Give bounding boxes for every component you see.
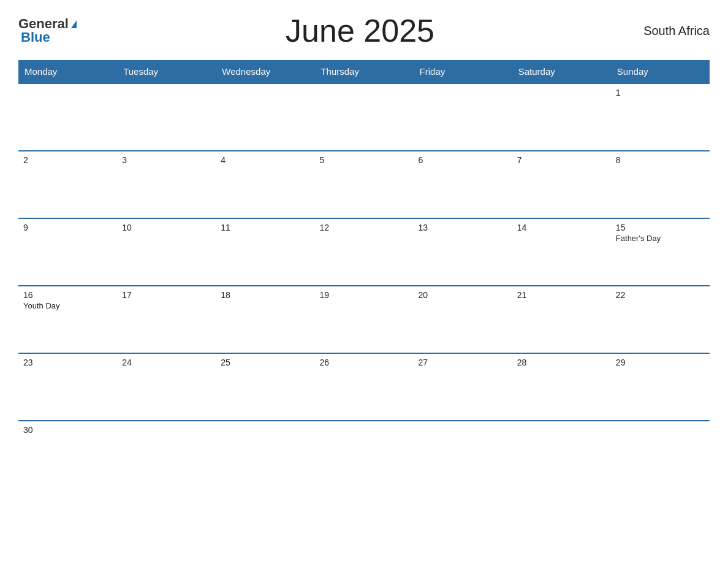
day-number: 20	[419, 290, 507, 300]
page-header: General Blue June 2025 South Africa	[18, 12, 710, 49]
calendar-cell	[216, 421, 314, 488]
day-number: 18	[221, 290, 309, 300]
calendar-cell: 28	[512, 353, 611, 421]
calendar-event: Father's Day	[616, 234, 705, 243]
calendar-cell	[314, 83, 413, 151]
weekday-header-thursday: Thursday	[314, 60, 413, 83]
calendar-cell: 15Father's Day	[611, 218, 710, 286]
day-number: 2	[23, 155, 112, 165]
logo-blue-text: Blue	[21, 29, 50, 45]
day-number: 15	[616, 223, 705, 232]
calendar-cell	[18, 83, 117, 151]
day-number: 8	[616, 155, 705, 165]
day-number: 22	[616, 290, 705, 300]
calendar-row-5: 30	[18, 421, 710, 488]
day-number: 10	[122, 223, 211, 232]
calendar-cell	[216, 83, 314, 151]
day-number: 4	[221, 155, 309, 165]
day-number: 17	[122, 290, 211, 300]
calendar-cell: 1	[611, 83, 710, 151]
weekday-header-tuesday: Tuesday	[117, 60, 216, 83]
day-number: 3	[122, 155, 211, 165]
calendar-cell: 5	[314, 151, 413, 218]
calendar-event: Youth Day	[23, 301, 112, 310]
calendar-cell: 16Youth Day	[18, 286, 117, 353]
day-number: 1	[616, 88, 705, 98]
calendar-cell: 23	[18, 353, 117, 421]
calendar-cell: 13	[414, 218, 512, 286]
day-number: 30	[23, 425, 112, 435]
calendar-cell	[117, 83, 216, 151]
calendar-cell	[314, 421, 413, 488]
calendar-cell	[512, 421, 611, 488]
day-number: 26	[319, 358, 408, 367]
calendar-cell: 4	[216, 151, 314, 218]
calendar-cell: 17	[117, 286, 216, 353]
day-number: 23	[23, 358, 112, 367]
day-number: 14	[517, 223, 606, 232]
day-number: 29	[616, 358, 705, 367]
day-number: 11	[221, 223, 309, 232]
calendar-cell: 27	[414, 353, 512, 421]
calendar-cell: 26	[314, 353, 413, 421]
calendar-cell: 24	[117, 353, 216, 421]
calendar-row-1: 2345678	[18, 151, 710, 218]
weekday-header-friday: Friday	[414, 60, 512, 83]
day-number: 16	[23, 290, 112, 300]
calendar-cell: 18	[216, 286, 314, 353]
day-number: 21	[517, 290, 606, 300]
calendar-cell: 7	[512, 151, 611, 218]
calendar-cell	[414, 83, 512, 151]
month-title: June 2025	[286, 12, 434, 49]
weekday-header-row: MondayTuesdayWednesdayThursdayFridaySatu…	[18, 60, 710, 83]
day-number: 24	[122, 358, 211, 367]
day-number: 27	[419, 358, 507, 367]
calendar-row-2: 9101112131415Father's Day	[18, 218, 710, 286]
day-number: 9	[23, 223, 112, 232]
day-number: 28	[517, 358, 606, 367]
calendar-cell: 14	[512, 218, 611, 286]
logo: General Blue	[18, 17, 77, 44]
logo-arrow-up-icon	[71, 20, 77, 28]
calendar-cell: 22	[611, 286, 710, 353]
calendar-cell: 3	[117, 151, 216, 218]
day-number: 12	[319, 223, 408, 232]
calendar-cell: 29	[611, 353, 710, 421]
weekday-header-sunday: Sunday	[611, 60, 710, 83]
day-number: 5	[319, 155, 408, 165]
calendar-body: 123456789101112131415Father's Day16Youth…	[18, 83, 710, 488]
calendar-cell: 6	[414, 151, 512, 218]
calendar-cell: 21	[512, 286, 611, 353]
calendar-cell: 10	[117, 218, 216, 286]
calendar-cell: 25	[216, 353, 314, 421]
calendar-cell	[414, 421, 512, 488]
calendar-cell: 8	[611, 151, 710, 218]
calendar-row-3: 16Youth Day171819202122	[18, 286, 710, 353]
day-number: 19	[319, 290, 408, 300]
calendar-cell: 19	[314, 286, 413, 353]
calendar-cell: 12	[314, 218, 413, 286]
calendar-cell: 20	[414, 286, 512, 353]
logo-icon	[71, 20, 77, 28]
logo-general-text: General	[18, 17, 69, 31]
calendar-cell: 9	[18, 218, 117, 286]
calendar-table: MondayTuesdayWednesdayThursdayFridaySatu…	[18, 60, 710, 488]
calendar-cell	[117, 421, 216, 488]
calendar-cell: 11	[216, 218, 314, 286]
calendar-row-0: 1	[18, 83, 710, 151]
weekday-header-saturday: Saturday	[512, 60, 611, 83]
calendar-row-4: 23242526272829	[18, 353, 710, 421]
calendar-cell: 2	[18, 151, 117, 218]
weekday-header-monday: Monday	[18, 60, 117, 83]
day-number: 25	[221, 358, 309, 367]
day-number: 13	[419, 223, 507, 232]
calendar-cell	[512, 83, 611, 151]
day-number: 6	[419, 155, 507, 165]
calendar-header: MondayTuesdayWednesdayThursdayFridaySatu…	[18, 60, 710, 83]
weekday-header-wednesday: Wednesday	[216, 60, 314, 83]
calendar-cell: 30	[18, 421, 117, 488]
day-number: 7	[517, 155, 606, 165]
country-label: South Africa	[643, 24, 710, 38]
calendar-cell	[611, 421, 710, 488]
